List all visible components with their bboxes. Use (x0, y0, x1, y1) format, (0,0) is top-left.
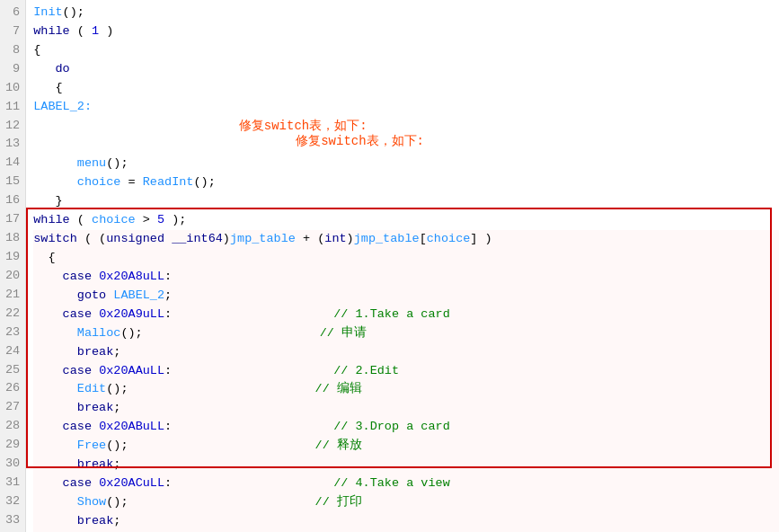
code-line: break; (33, 456, 779, 474)
line-numbers: 6 7 8 9 10 11 12 13 14 15 16 17 18 19 20… (0, 0, 26, 532)
code-line: { (33, 79, 779, 98)
code-line: case 0x20AAuLL:// 2.Edit (33, 362, 779, 381)
code-line: Malloc();// 申请 (33, 324, 779, 343)
code-area: Init(); while ( 1 ) { do { LABEL_2: 修复sw… (26, 0, 779, 532)
code-line: { (33, 41, 779, 60)
code-container: 6 7 8 9 10 11 12 13 14 15 16 17 18 19 20… (0, 0, 779, 532)
code-line: break; (33, 512, 779, 531)
code-line: Free();// 释放 (33, 437, 779, 456)
code-line: Init(); (33, 4, 779, 22)
code-line: case 0x20A8uLL: (33, 268, 779, 287)
code-line: while ( 1 ) (33, 22, 779, 41)
code-line: switch ( (unsigned __int64)jmp_table + (… (33, 230, 779, 249)
code-line: do (33, 60, 779, 79)
code-line: while ( choice > 5 ); (33, 211, 779, 230)
code-line: choice = ReadInt(); (33, 173, 779, 192)
code-line: goto LABEL_2; (33, 287, 779, 306)
code-line: { (33, 249, 779, 268)
code-line: case 0x20ACuLL:// 4.Take a view (33, 474, 779, 493)
code-line: menu(); (33, 155, 779, 173)
code-line: break; (33, 343, 779, 362)
code-line: } (33, 192, 779, 211)
code-line: case 0x20A9uLL:// 1.Take a card (33, 306, 779, 324)
annotation-text: 修复switch表，如下: (239, 117, 367, 137)
code-line: case 0x20ABuLL:// 3.Drop a card (33, 418, 779, 437)
code-line: Edit();// 编辑 (33, 380, 779, 399)
code-line: break; (33, 399, 779, 418)
code-line: LABEL_2: 修复switch表，如下: (33, 98, 779, 155)
code-line: Show();// 打印 (33, 493, 779, 512)
